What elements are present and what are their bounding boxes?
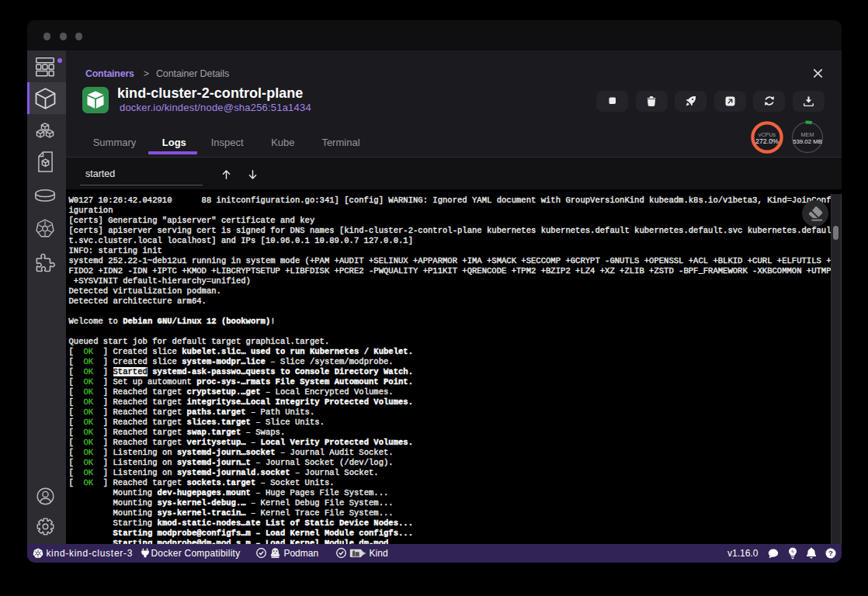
svg-text:MEM: MEM bbox=[801, 131, 814, 138]
svg-text:?: ? bbox=[828, 549, 833, 557]
svg-text:539.02 MB: 539.02 MB bbox=[793, 138, 822, 145]
svg-text:272.0%: 272.0% bbox=[755, 137, 779, 145]
